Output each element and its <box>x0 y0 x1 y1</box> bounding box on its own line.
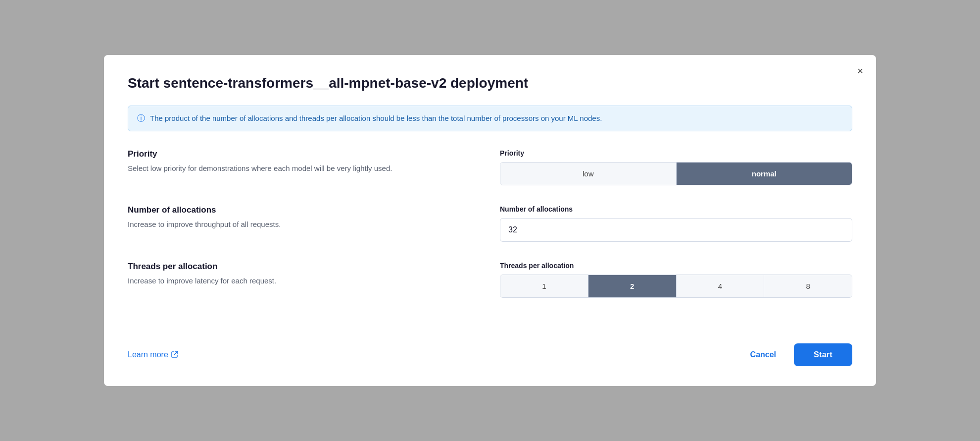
priority-title: Priority <box>128 149 450 159</box>
threads-toggle-group: 1 2 4 8 <box>500 275 852 298</box>
threads-8-button[interactable]: 8 <box>764 275 852 297</box>
start-button[interactable]: Start <box>794 343 852 366</box>
modal-footer: Learn more Cancel Start <box>128 335 852 366</box>
form-grid: Priority Select low priority for demonst… <box>128 149 852 318</box>
threads-4-button[interactable]: 4 <box>677 275 765 297</box>
threads-field-label: Threads per allocation <box>500 262 852 270</box>
threads-right: Threads per allocation 1 2 4 8 <box>490 262 852 318</box>
priority-normal-button[interactable]: normal <box>677 163 852 185</box>
allocations-input[interactable] <box>500 218 852 242</box>
modal-dialog: × Start sentence-transformers__all-mpnet… <box>104 55 876 386</box>
threads-title: Threads per allocation <box>128 262 450 272</box>
modal-overlay: × Start sentence-transformers__all-mpnet… <box>0 0 980 441</box>
learn-more-link[interactable]: Learn more <box>128 350 178 359</box>
info-icon: ⓘ <box>137 113 145 124</box>
allocations-desc: Increase to improve throughput of all re… <box>128 219 450 230</box>
allocations-field-label: Number of allocations <box>500 205 852 213</box>
threads-desc: Increase to improve latency for each req… <box>128 276 450 287</box>
allocations-right: Number of allocations <box>490 205 852 262</box>
info-banner-text: The product of the number of allocations… <box>150 113 602 124</box>
allocations-title: Number of allocations <box>128 205 450 215</box>
threads-1-button[interactable]: 1 <box>500 275 588 297</box>
footer-actions: Cancel Start <box>740 343 852 366</box>
priority-desc: Select low priority for demonstrations w… <box>128 163 450 174</box>
threads-2-button[interactable]: 2 <box>588 275 677 297</box>
close-button[interactable]: × <box>855 64 865 78</box>
threads-left: Threads per allocation Increase to impro… <box>128 262 490 318</box>
info-banner: ⓘ The product of the number of allocatio… <box>128 106 852 132</box>
priority-left: Priority Select low priority for demonst… <box>128 149 490 205</box>
cancel-button[interactable]: Cancel <box>740 344 786 365</box>
priority-right: Priority low normal <box>490 149 852 205</box>
priority-field-label: Priority <box>500 149 852 157</box>
allocations-left: Number of allocations Increase to improv… <box>128 205 490 262</box>
modal-title: Start sentence-transformers__all-mpnet-b… <box>128 75 852 92</box>
priority-toggle-group: low normal <box>500 162 852 185</box>
external-link-icon <box>171 351 178 359</box>
priority-low-button[interactable]: low <box>500 163 677 185</box>
